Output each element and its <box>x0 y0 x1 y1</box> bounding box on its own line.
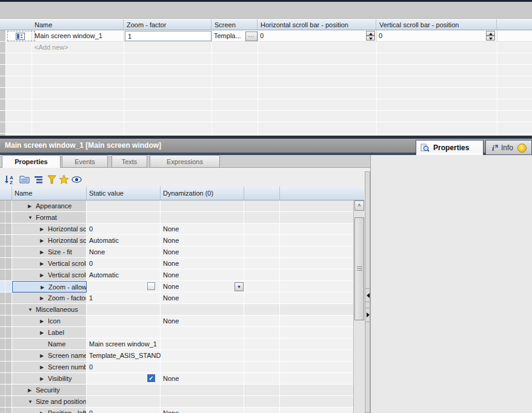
dynamization-cell[interactable] <box>161 385 244 396</box>
expand-icon[interactable]: ▶ <box>40 296 44 301</box>
row-name-cell[interactable]: Main screen window_1 <box>35 32 102 39</box>
grid-column-name[interactable]: Name <box>12 187 87 200</box>
expand-icon[interactable]: ▶ <box>40 330 44 335</box>
expand-icon[interactable]: ▶ <box>40 238 44 243</box>
property-name-cell[interactable]: ▶Vertical scroll b... <box>12 258 87 269</box>
property-name-cell[interactable]: ▶Vertical scroll b... <box>12 269 87 281</box>
dynamization-cell[interactable] <box>161 396 244 408</box>
property-name-cell[interactable]: ▶Visibility <box>12 373 87 385</box>
dynamization-cell[interactable]: None <box>161 408 244 413</box>
zoom-factor-input[interactable] <box>125 31 211 41</box>
expand-icon[interactable]: ▶ <box>40 249 44 255</box>
dynamization-cell[interactable] <box>161 327 244 339</box>
screen-browse-button[interactable]: ... <box>245 31 258 41</box>
property-name-cell[interactable]: ▶Zoom - factor <box>12 292 87 304</box>
expand-icon[interactable]: ▶ <box>40 273 44 278</box>
dynamization-cell[interactable]: None <box>161 258 244 269</box>
scrollbar-thumb[interactable] <box>354 217 364 320</box>
eye-icon[interactable] <box>71 174 82 185</box>
collapse-icon[interactable]: ▼ <box>28 307 33 312</box>
property-row[interactable]: ▶Vertical scroll b...AutomaticNone <box>0 269 364 281</box>
dynamization-cell[interactable] <box>161 212 244 223</box>
property-name-cell[interactable]: ▶Icon <box>12 316 87 327</box>
tab-texts[interactable]: Texts <box>111 155 147 168</box>
property-name-cell[interactable]: ▶Horizontal scroll... <box>12 223 87 235</box>
property-row[interactable]: ▶IconNone <box>0 316 364 327</box>
property-row[interactable]: ▶Screen nameTemplate_ASIS_STAND... <box>0 350 364 362</box>
static-value-cell[interactable] <box>87 396 161 408</box>
expand-icon[interactable]: ▶ <box>40 261 44 266</box>
expand-icon[interactable]: ▶ <box>40 376 44 382</box>
property-name-cell[interactable]: ▶Label <box>12 327 87 339</box>
column-header-screen[interactable]: Screen <box>211 19 258 30</box>
column-header-hscroll-position[interactable]: Horizontal scroll bar - position <box>258 19 376 30</box>
group-folder-icon[interactable] <box>19 174 30 185</box>
tab-properties[interactable]: Properties <box>2 155 61 168</box>
filter-funnel-icon[interactable] <box>47 174 57 185</box>
expand-icon[interactable]: ▶ <box>28 388 32 393</box>
column-header-zoom-factor[interactable]: Zoom - factor <box>124 19 211 30</box>
dynamization-cell[interactable]: None▼ <box>161 281 244 292</box>
property-name-cell[interactable]: ▶Screen number <box>12 362 87 373</box>
favorites-star-icon[interactable] <box>59 174 69 185</box>
static-value-cell[interactable] <box>87 327 161 339</box>
scroll-up-icon[interactable]: ˄ <box>354 200 364 211</box>
static-value-cell[interactable] <box>87 385 161 396</box>
property-name-cell[interactable]: Name <box>12 339 87 350</box>
static-value-cell[interactable] <box>87 212 161 223</box>
dynamization-cell[interactable]: None <box>161 246 244 258</box>
static-value-cell[interactable]: None <box>87 246 161 258</box>
expand-icon[interactable]: ▶ <box>40 365 44 370</box>
sort-az-icon[interactable]: A Z <box>4 174 15 185</box>
property-name-cell[interactable]: ▶Security <box>12 385 87 396</box>
static-value-cell[interactable]: Automatic <box>87 235 161 246</box>
spinner-down-icon[interactable] <box>486 36 495 41</box>
property-row[interactable]: ▶Vertical scroll b...0None <box>0 258 364 269</box>
property-row[interactable]: ▶Horizontal scroll...AutomaticNone <box>0 235 364 246</box>
tree-list-icon[interactable] <box>33 174 44 185</box>
collapse-icon[interactable]: ▼ <box>28 399 33 405</box>
collapse-icon[interactable]: ▼ <box>28 215 33 220</box>
property-name-cell[interactable]: ▼Format <box>12 212 87 223</box>
dynamization-cell[interactable]: None <box>161 235 244 246</box>
collapse-left-icon[interactable] <box>367 293 370 298</box>
property-row[interactable]: NameMain screen window_1 <box>0 339 364 350</box>
tab-info-right[interactable]: i Info i <box>485 140 532 155</box>
expand-icon[interactable]: ▶ <box>41 285 44 290</box>
property-row[interactable]: ▶Horizontal scroll...0None <box>0 223 364 235</box>
column-header-vscroll-position[interactable]: Vertical scroll bar - position <box>376 19 497 30</box>
static-value-cell[interactable] <box>87 200 161 212</box>
dynamization-cell[interactable]: None <box>161 292 244 304</box>
row-screen-cell[interactable]: Templa... <box>214 32 241 39</box>
static-value-cell[interactable]: Main screen window_1 <box>87 339 161 350</box>
dynamization-cell[interactable]: None <box>161 316 244 327</box>
row-vscroll-cell[interactable]: 0 <box>379 32 382 39</box>
dynamization-cell[interactable] <box>161 304 244 316</box>
hscroll-spinner[interactable] <box>366 31 375 41</box>
static-value-cell[interactable]: 1 <box>87 292 161 304</box>
collapse-right-icon[interactable] <box>367 312 370 317</box>
row-hscroll-cell[interactable]: 0 <box>260 32 264 39</box>
property-row[interactable]: ▶Security <box>0 385 364 396</box>
property-name-cell[interactable]: ▼Size and position <box>12 396 87 408</box>
expand-icon[interactable]: ▶ <box>28 203 32 209</box>
dynamization-cell[interactable]: None <box>161 223 244 235</box>
static-value-cell[interactable]: Automatic <box>87 269 161 281</box>
property-name-cell[interactable]: ▶Position - left <box>12 408 87 413</box>
static-value-cell[interactable]: 0 <box>87 408 161 413</box>
dynamization-cell[interactable]: None <box>161 269 244 281</box>
table-row[interactable]: Main screen window_1 Templa... ... 0 0 <box>6 30 532 42</box>
static-value-cell[interactable] <box>87 281 161 292</box>
expand-icon[interactable]: ▶ <box>40 226 44 232</box>
property-name-cell[interactable]: ▶Horizontal scroll... <box>12 235 87 246</box>
vertical-splitter[interactable] <box>365 171 370 413</box>
checkbox-unchecked-icon[interactable] <box>147 282 155 290</box>
expand-icon[interactable]: ▶ <box>40 411 44 413</box>
checkbox-checked-icon[interactable]: ✓ <box>147 374 155 382</box>
property-name-cell[interactable]: ▶Appearance <box>12 200 87 212</box>
vscroll-spinner[interactable] <box>486 31 495 41</box>
static-value-cell[interactable]: Template_ASIS_STAND... <box>87 350 161 362</box>
static-value-cell[interactable] <box>87 304 161 316</box>
property-name-cell[interactable]: ▶Zoom - allow <box>12 281 87 292</box>
property-name-cell[interactable]: ▼Miscellaneous <box>12 304 87 316</box>
